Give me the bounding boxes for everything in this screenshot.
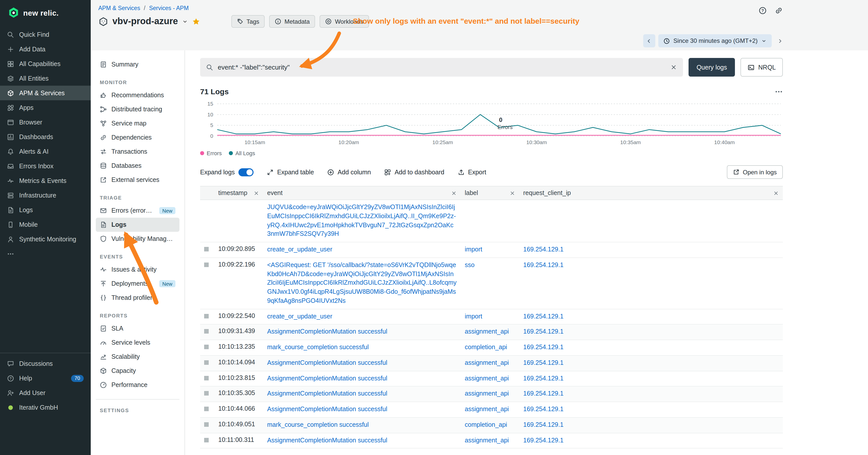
log-row[interactable]: 10:11:00.311 AssignmentCompletionMutatio… bbox=[200, 433, 783, 449]
expand-logs-toggle[interactable]: Expand logs bbox=[200, 168, 253, 176]
remove-column-icon[interactable] bbox=[773, 190, 779, 196]
log-event-link[interactable]: AssignmentCompletionMutation successful bbox=[267, 375, 388, 382]
subnav-item-service-map[interactable]: Service map bbox=[96, 117, 180, 130]
sidebar-item-alerts-ai[interactable]: Alerts & AI bbox=[0, 144, 91, 159]
row-select-checkbox[interactable] bbox=[204, 391, 209, 396]
sidebar-item-browser[interactable]: Browser bbox=[0, 115, 91, 130]
sidebar-footer-item-help[interactable]: ? Help 70 bbox=[0, 371, 91, 386]
row-select-checkbox[interactable] bbox=[204, 262, 209, 267]
subnav-item-performance[interactable]: Performance bbox=[96, 378, 180, 392]
log-event-link[interactable]: create_or_update_user bbox=[267, 246, 333, 253]
log-label-link[interactable]: assignment_api bbox=[465, 436, 509, 444]
log-row[interactable]: 10:09:22.196 <ASGIRequest: GET '/sso/cal… bbox=[200, 258, 783, 309]
log-event-link[interactable]: AssignmentCompletionMutation successful bbox=[267, 390, 388, 397]
favorite-star-icon[interactable] bbox=[192, 18, 200, 26]
legend-item[interactable]: All Logs bbox=[229, 150, 255, 156]
log-event-link[interactable]: AssignmentCompletionMutation successful bbox=[267, 359, 388, 366]
row-select-checkbox[interactable] bbox=[204, 314, 209, 318]
breadcrumb-link-services-apm[interactable]: Services - APM bbox=[149, 5, 188, 11]
log-ip-link[interactable]: 169.254.129.1 bbox=[523, 405, 563, 413]
subnav-item-databases[interactable]: Databases bbox=[96, 159, 180, 173]
sidebar-footer-item-iterativ-gmbh[interactable]: Iterativ GmbH bbox=[0, 400, 91, 415]
log-ip-link[interactable]: 169.254.129.1 bbox=[523, 436, 563, 444]
log-event-link[interactable]: <ASGIRequest: GET '/sso/callback/?state=… bbox=[267, 261, 457, 304]
log-ip-link[interactable]: 169.254.129.1 bbox=[523, 313, 563, 320]
sidebar-item-all-capabilities[interactable]: All Capabilities bbox=[0, 57, 91, 71]
add-to-dashboard-button[interactable]: Add to dashboard bbox=[384, 168, 444, 175]
subnav-item-summary[interactable]: Summary bbox=[96, 58, 180, 71]
header-button-tags[interactable]: Tags bbox=[231, 15, 265, 28]
header-button-metadata[interactable]: Metadata bbox=[270, 15, 315, 28]
log-ip-link[interactable]: 169.254.129.1 bbox=[523, 359, 563, 366]
remove-column-icon[interactable] bbox=[253, 190, 259, 196]
log-event-link[interactable]: AssignmentCompletionMutation successful bbox=[267, 328, 388, 335]
sidebar-footer-item-add-user[interactable]: Add User bbox=[0, 386, 91, 400]
log-ip-link[interactable]: 169.254.129.1 bbox=[523, 261, 563, 268]
sidebar-item-mobile[interactable]: Mobile bbox=[0, 217, 91, 232]
subnav-item-sla[interactable]: SLA bbox=[96, 322, 180, 335]
remove-column-icon[interactable] bbox=[451, 190, 457, 196]
log-label-link[interactable]: sso bbox=[465, 261, 474, 268]
sidebar-item-dashboards[interactable]: Dashboards bbox=[0, 130, 91, 144]
sidebar-item-all-entities[interactable]: All Entities bbox=[0, 71, 91, 86]
more-options-icon[interactable] bbox=[775, 88, 783, 96]
log-ip-link[interactable]: 169.254.129.1 bbox=[523, 328, 563, 335]
export-button[interactable]: Export bbox=[458, 168, 486, 175]
log-label-link[interactable]: import bbox=[465, 246, 482, 253]
clear-query-icon[interactable] bbox=[671, 64, 677, 70]
log-event-link[interactable]: JUQVU&code=eyJraWQiOiJjcGltY29yZV8wOTl1M… bbox=[267, 203, 456, 237]
open-in-logs-button[interactable]: Open in logs bbox=[726, 165, 783, 179]
log-row[interactable]: 10:10:13.235 mark_course_completion succ… bbox=[200, 340, 783, 356]
row-select-checkbox[interactable] bbox=[204, 345, 209, 349]
sidebar-item-metrics-events[interactable]: Metrics & Events bbox=[0, 173, 91, 188]
header-button-workloads[interactable]: Workloads bbox=[320, 15, 369, 28]
log-ip-link[interactable]: 169.254.129.1 bbox=[523, 390, 563, 397]
subnav-item-deployments[interactable]: Deployments New bbox=[96, 277, 180, 291]
sidebar-footer-item-discussions[interactable]: Discussions bbox=[0, 356, 91, 371]
log-row[interactable]: 10:10:35.305 AssignmentCompletionMutatio… bbox=[200, 387, 783, 402]
log-row[interactable]: 10:10:44.066 AssignmentCompletionMutatio… bbox=[200, 402, 783, 418]
sidebar-item-errors-inbox[interactable]: Errors Inbox bbox=[0, 159, 91, 173]
subnav-item-issues-activity[interactable]: Issues & activity bbox=[96, 262, 180, 277]
entity-dropdown-chevron-icon[interactable] bbox=[182, 19, 188, 25]
row-select-checkbox[interactable] bbox=[204, 360, 209, 365]
help-icon[interactable]: ? bbox=[758, 6, 767, 14]
log-label-link[interactable]: assignment_api bbox=[465, 328, 509, 335]
sidebar-item-synthetic-monitoring[interactable]: Synthetic Monitoring bbox=[0, 232, 91, 247]
log-event-link[interactable]: mark_course_completion successful bbox=[267, 344, 369, 351]
log-label-link[interactable]: completion_api bbox=[465, 344, 507, 351]
log-event-link[interactable]: create_or_update_user bbox=[267, 313, 333, 320]
log-event-link[interactable]: AssignmentCompletionMutation successful bbox=[267, 436, 388, 444]
subnav-item-recommendations[interactable]: Recommendations bbox=[96, 88, 180, 102]
remove-column-icon[interactable] bbox=[509, 190, 515, 196]
subnav-item-vulnerability-management[interactable]: Vulnerability Management bbox=[96, 232, 180, 246]
log-label-link[interactable]: import bbox=[465, 313, 482, 320]
subnav-item-external-services[interactable]: External services bbox=[96, 173, 180, 187]
time-back-button[interactable] bbox=[643, 34, 655, 47]
log-ip-link[interactable]: 169.254.129.1 bbox=[523, 421, 563, 428]
logs-query-bar[interactable] bbox=[200, 58, 683, 76]
sidebar-item-infrastructure[interactable]: Infrastructure bbox=[0, 188, 91, 202]
query-logs-button[interactable]: Query logs bbox=[688, 58, 735, 76]
log-label-link[interactable]: assignment_api bbox=[465, 375, 509, 382]
subnav-item-thread-profiler[interactable]: Thread profiler bbox=[96, 291, 180, 305]
subnav-item-dependencies[interactable]: Dependencies bbox=[96, 130, 180, 144]
log-event-link[interactable]: AssignmentCompletionMutation successful bbox=[267, 405, 388, 413]
log-event-link[interactable]: mark_course_completion successful bbox=[267, 421, 369, 428]
row-select-checkbox[interactable] bbox=[204, 247, 209, 252]
log-label-link[interactable]: assignment_api bbox=[465, 359, 509, 366]
row-select-checkbox[interactable] bbox=[204, 329, 209, 334]
subnav-item-scalability[interactable]: Scalability bbox=[96, 350, 180, 364]
subnav-item-errors-errors-inb[interactable]: Errors (errors inb... New bbox=[96, 203, 180, 218]
toggle-switch[interactable] bbox=[239, 168, 253, 176]
log-ip-link[interactable]: 169.254.129.1 bbox=[523, 344, 563, 351]
log-ip-link[interactable]: 169.254.129.1 bbox=[523, 375, 563, 382]
row-select-checkbox[interactable] bbox=[204, 437, 209, 442]
subnav-item-capacity[interactable]: Capacity bbox=[96, 364, 180, 378]
log-label-link[interactable]: completion_api bbox=[465, 421, 507, 428]
row-select-checkbox[interactable] bbox=[204, 407, 209, 411]
permalink-icon[interactable] bbox=[775, 6, 783, 14]
breadcrumb-link-apm-services[interactable]: APM & Services bbox=[98, 5, 140, 11]
log-row[interactable]: 10:09:22.540 create_or_update_user impor… bbox=[200, 309, 783, 325]
log-label-link[interactable]: assignment_api bbox=[465, 405, 509, 413]
